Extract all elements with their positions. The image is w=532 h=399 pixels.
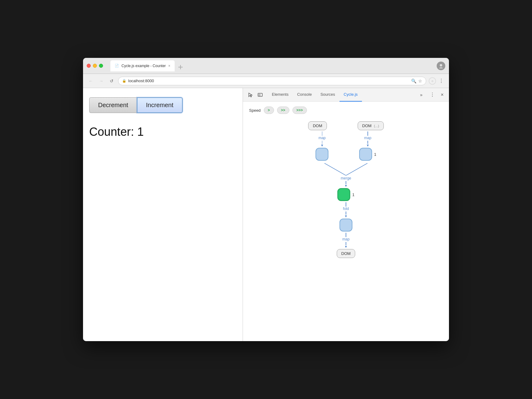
svg-rect-4 — [259, 94, 260, 96]
back-button[interactable]: ← — [87, 77, 95, 85]
left-stream-col: map ▼ — [316, 131, 328, 161]
forward-button[interactable]: → — [97, 77, 105, 85]
arrow-tip-fold: ▼ — [344, 215, 348, 218]
close-traffic-light[interactable] — [87, 64, 91, 68]
arrow-tip-2: ▼ — [366, 144, 370, 147]
tab-area: 📄 Cycle.js example - Counter × — [110, 60, 434, 71]
browser-window: 📄 Cycle.js example - Counter × ← → — [83, 58, 449, 341]
tab-cyclejs[interactable]: Cycle.js — [339, 88, 362, 102]
merge-node-value: 1 — [352, 192, 354, 197]
back-icon: ← — [89, 79, 93, 83]
counter-display: Counter: 1 — [89, 125, 236, 139]
right-node-row: 1 — [359, 148, 376, 161]
arrow-tip-merge: ▼ — [344, 184, 348, 187]
new-tab-shape — [178, 64, 183, 69]
svg-line-6 — [346, 163, 367, 175]
speed-2x-button[interactable]: >> — [277, 107, 289, 114]
counter-buttons: Decrement Increment — [89, 97, 236, 113]
speed-1x-button[interactable]: > — [264, 107, 274, 114]
devtools-close-area: ⋮ × — [428, 91, 447, 99]
tab-sources[interactable]: Sources — [316, 88, 339, 102]
chrome-menu-button[interactable]: ⋮ — [437, 77, 445, 85]
devtools-menu-button[interactable]: ⋮ — [428, 91, 437, 99]
fold-label: fold — [343, 207, 349, 211]
merge-node-row: 1 — [337, 188, 354, 201]
stream-diagram: DOM DOM (...) map — [249, 121, 443, 258]
address-bar[interactable]: 🔒 localhost:8000 🔍 ☆ — [118, 77, 426, 85]
map-label-left: map — [319, 136, 326, 140]
map-label-bottom: map — [342, 237, 349, 241]
tab-console[interactable]: Console — [293, 88, 316, 102]
nav-bar: ← → ↺ 🔒 localhost:8000 🔍 ☆ ○ ⋮ — [83, 74, 449, 88]
traffic-lights — [87, 64, 103, 68]
nav-right-buttons: ○ ⋮ — [429, 77, 445, 85]
stream-node-fold[interactable] — [339, 219, 352, 232]
merge-label: merge — [341, 176, 351, 180]
url-text: localhost:8000 — [128, 79, 409, 83]
forward-icon: → — [99, 79, 103, 83]
arrow-v-fold-top — [346, 202, 346, 207]
devtools-content: Speed > >> >>> DOM DOM (...) — [243, 102, 449, 341]
maximize-traffic-light[interactable] — [99, 64, 103, 68]
stream-node-merge[interactable] — [337, 188, 350, 201]
tab-page-icon: 📄 — [115, 64, 119, 68]
svg-point-1 — [439, 67, 443, 68]
profile-button[interactable] — [437, 62, 445, 70]
more-tabs-button[interactable]: » — [417, 91, 426, 99]
profile-icon — [439, 63, 443, 68]
new-tab-area — [175, 62, 187, 71]
stream-node-left[interactable] — [316, 148, 328, 161]
main-area: Decrement Increment Counter: 1 — [83, 88, 449, 341]
tab-close-button[interactable]: × — [168, 64, 170, 68]
devtools-tabs: Elements Console Sources Cycle.js — [268, 88, 417, 102]
dom-nodes-row: DOM DOM (...) — [308, 121, 383, 130]
dom-node-bottom: DOM — [337, 249, 355, 258]
map-label-right: map — [364, 136, 371, 140]
svg-point-0 — [440, 64, 442, 66]
arrow-tip-1: ▼ — [320, 144, 324, 147]
increment-button[interactable]: Increment — [137, 97, 183, 113]
device-toggle-button[interactable] — [255, 90, 265, 100]
decrement-button[interactable]: Decrement — [89, 97, 137, 113]
minimize-traffic-light[interactable] — [93, 64, 97, 68]
tab-elements[interactable]: Elements — [268, 88, 293, 102]
arrow-v-map-top — [346, 233, 346, 237]
title-bar: 📄 Cycle.js example - Counter × — [83, 58, 449, 74]
arrow-tip-map-bottom: ▼ — [344, 245, 348, 248]
refresh-button[interactable]: ↺ — [108, 77, 116, 85]
dom-node-right: DOM (...) — [358, 121, 384, 130]
devtools-header: Elements Console Sources Cycle.js » ⋮ × — [243, 88, 449, 102]
cursor-tool-button[interactable] — [245, 90, 255, 100]
stream-node-right[interactable] — [359, 148, 372, 161]
device-icon — [258, 92, 263, 97]
speed-3x-button[interactable]: >>> — [292, 107, 307, 114]
arrow-v-3 — [367, 131, 368, 136]
merge-svg — [312, 163, 380, 175]
active-tab[interactable]: 📄 Cycle.js example - Counter × — [110, 60, 175, 71]
node-value-right: 1 — [374, 152, 376, 157]
speed-label: Speed — [249, 108, 261, 113]
dom-node-left: DOM — [308, 121, 327, 130]
cursor-icon — [248, 92, 253, 97]
right-stream-col: map ▼ 1 — [359, 131, 376, 161]
webpage-panel: Decrement Increment Counter: 1 — [83, 88, 243, 341]
bookmark-icon[interactable]: ☆ — [418, 79, 422, 83]
tab-title: Cycle.js example - Counter — [121, 64, 166, 68]
map-section: map ▼ map ▼ — [316, 131, 376, 161]
arrow-v-1 — [322, 131, 323, 136]
svg-marker-2 — [249, 93, 252, 97]
devtools-close-button[interactable]: × — [438, 91, 447, 99]
lock-icon: 🔒 — [122, 79, 126, 83]
spinner: ○ — [429, 77, 436, 85]
speed-row: Speed > >> >>> — [249, 107, 443, 114]
devtools-panel: Elements Console Sources Cycle.js » ⋮ × — [243, 88, 449, 341]
refresh-icon: ↺ — [110, 79, 113, 83]
svg-line-5 — [324, 163, 346, 175]
search-zoom-icon[interactable]: 🔍 — [411, 79, 416, 83]
merge-lines-container — [312, 163, 380, 175]
